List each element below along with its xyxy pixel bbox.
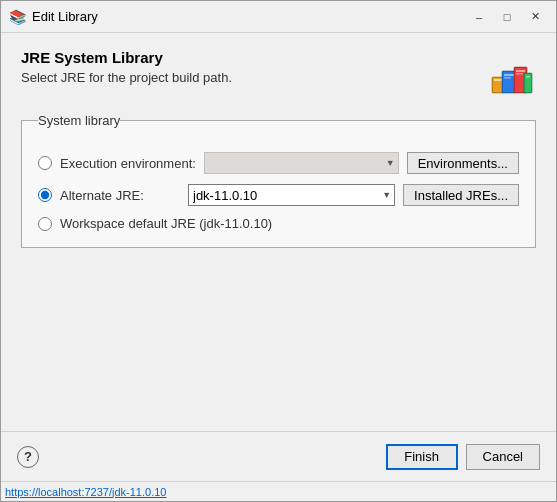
close-button[interactable]: ✕ [522,7,548,27]
svg-rect-6 [504,77,511,79]
environments-button[interactable]: Environments... [407,152,519,174]
workspace-default-label: Workspace default JRE (jdk-11.0.10) [60,216,272,231]
dialog-title: JRE System Library [21,49,472,66]
svg-rect-2 [494,79,502,81]
alternate-jre-select[interactable]: jdk-11.0.10 [188,184,395,206]
svg-rect-13 [526,76,530,78]
installed-jres-button[interactable]: Installed JREs... [403,184,519,206]
title-bar: 📚 Edit Library – □ ✕ [1,1,556,33]
status-text: https://localhost:7237/jdk-11.0.10 [5,486,166,498]
workspace-default-row: Workspace default JRE (jdk-11.0.10) [38,216,519,231]
alternate-jre-row: Alternate JRE: jdk-11.0.10 ▼ Installed J… [38,184,519,206]
alternate-jre-combo-wrapper: jdk-11.0.10 ▼ [188,184,395,206]
maximize-button[interactable]: □ [494,7,520,27]
execution-env-label: Execution environment: [60,156,196,171]
header-text: JRE System Library Select JRE for the pr… [21,49,472,85]
window-icon: 📚 [9,9,26,25]
svg-rect-9 [516,70,525,72]
finish-button[interactable]: Finish [386,444,458,470]
execution-env-row: Execution environment: ▼ Environments... [38,152,519,174]
execution-env-select[interactable] [204,152,399,174]
execution-env-combo-wrapper: ▼ [204,152,399,174]
dialog-subtitle: Select JRE for the project build path. [21,70,472,85]
alternate-jre-radio[interactable] [38,188,52,202]
status-bar: https://localhost:7237/jdk-11.0.10 [1,481,556,501]
system-library-group: System library Execution environment: ▼ … [21,113,536,248]
edit-library-window: 📚 Edit Library – □ ✕ JRE System Library … [0,0,557,502]
workspace-default-radio[interactable] [38,217,52,231]
svg-rect-5 [504,74,514,76]
help-button[interactable]: ? [17,446,39,468]
window-title: Edit Library [32,9,466,24]
alternate-jre-label: Alternate JRE: [60,188,180,203]
main-content: JRE System Library Select JRE for the pr… [1,33,556,431]
svg-rect-10 [516,73,523,75]
title-bar-controls: – □ ✕ [466,7,548,27]
cancel-button[interactable]: Cancel [466,444,540,470]
content-spacer [21,264,536,419]
header-section: JRE System Library Select JRE for the pr… [21,49,536,97]
footer-actions: Finish Cancel [386,444,540,470]
minimize-button[interactable]: – [466,7,492,27]
books-icon [488,49,536,97]
execution-env-radio[interactable] [38,156,52,170]
footer: ? Finish Cancel [1,431,556,481]
group-legend: System library [38,113,120,128]
